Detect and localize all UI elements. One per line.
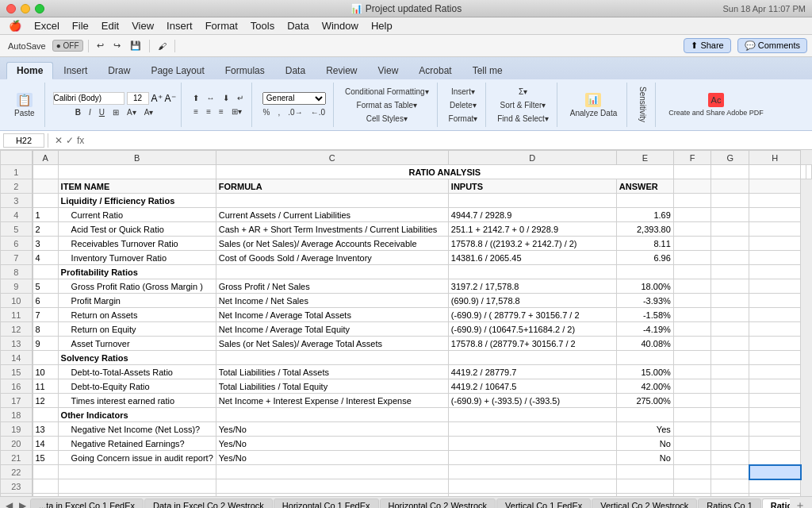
cell-A15[interactable]: 10 [33,365,59,379]
cell-C17[interactable]: Net Income + Interest Expense / Interest… [216,394,448,408]
cell-reference-input[interactable] [3,133,44,148]
cell-B7[interactable]: Inventory Turnover Ratio [58,251,216,265]
font-color-button[interactable]: A▾ [141,106,157,118]
sheet-tab-4[interactable]: Vertical Co 1 FedEx [496,498,591,509]
merge-cells-button[interactable]: ⊞▾ [228,106,245,117]
undo-button[interactable]: ↩ [94,40,107,52]
italic-button[interactable]: I [86,106,94,118]
cell-A13[interactable]: 9 [33,337,59,351]
save-button[interactable]: 💾 [127,40,144,52]
col-header-F[interactable]: F [673,151,711,165]
cell-E3[interactable] [616,194,673,208]
cell-B9[interactable]: Gross Profit Ratio (Gross Margin ) [58,279,216,294]
menu-tools[interactable]: Tools [245,19,280,33]
cell-G8[interactable] [711,265,749,279]
font-increase-button[interactable]: A⁺ [151,93,163,104]
cell-A12[interactable]: 8 [33,322,59,337]
increase-decimal-button[interactable]: .0→ [285,106,305,118]
sheet-tab-7[interactable]: Ratios Co 2 [762,498,790,509]
cell-F17[interactable] [673,394,711,408]
tab-page-layout[interactable]: Page Layout [140,62,214,79]
cell-E22[interactable] [616,465,673,479]
cell-G14[interactable] [711,351,749,365]
cell-A19[interactable]: 13 [33,422,59,437]
confirm-formula-icon[interactable]: ✓ [66,135,74,146]
cell-C21[interactable]: Yes/No [216,451,448,465]
cell-G20[interactable] [711,437,749,451]
cell-C6[interactable]: Sales (or Net Sales)/ Average Accounts R… [216,237,448,251]
cell-F13[interactable] [673,337,711,351]
cell-G3[interactable] [711,194,749,208]
cell-E4[interactable]: 1.69 [616,208,673,222]
analyze-data-button[interactable]: 📊 Analyze Data [565,90,622,121]
cell-G6[interactable] [711,237,749,251]
cell-B17[interactable]: Times interest earned ratio [58,394,216,408]
cell-E2[interactable]: ANSWER [616,179,673,194]
menu-edit[interactable]: Edit [96,19,124,33]
col-header-G[interactable]: G [711,151,749,165]
cell-D3[interactable] [448,194,616,208]
cell-E12[interactable]: -4.19% [616,322,673,337]
cell-A18[interactable] [33,408,59,422]
cell-F6[interactable] [673,237,711,251]
cell-B6[interactable]: Receivables Turnover Ratio [58,237,216,251]
cell-A17[interactable]: 12 [33,394,59,408]
cell-H3[interactable] [749,194,801,208]
cell-D8[interactable] [448,265,616,279]
cell-B1[interactable] [58,165,216,179]
cell-H4[interactable] [749,208,801,222]
cell-D15[interactable]: 4419.2 / 28779.7 [448,365,616,379]
cell-D5[interactable]: 251.1 + 2142.7 + 0 / 2928.9 [448,222,616,237]
cell-D14[interactable] [448,351,616,365]
menu-excel[interactable]: Excel [29,19,65,33]
brush-icon[interactable]: 🖌 [155,40,170,52]
cell-A6[interactable]: 3 [33,237,59,251]
cell-A11[interactable]: 7 [33,308,59,322]
cell-E15[interactable]: 15.00% [616,365,673,379]
cell-D18[interactable] [448,408,616,422]
cell-F18[interactable] [673,408,711,422]
cell-B19[interactable]: Negative Net Income (Net Loss)? [58,422,216,437]
cell-F9[interactable] [673,279,711,294]
cell-F5[interactable] [673,222,711,237]
cell-A23[interactable] [33,479,59,494]
cell-E11[interactable]: -1.58% [616,308,673,322]
cell-D9[interactable]: 3197.2 / 17,578.8 [448,279,616,294]
formula-input[interactable] [90,136,809,145]
cell-B10[interactable]: Profit Margin [58,294,216,308]
sort-filter-button[interactable]: Sort & Filter▾ [497,99,550,111]
cell-G4[interactable] [711,208,749,222]
align-bottom-button[interactable]: ⬇ [220,92,232,104]
cell-G7[interactable] [711,251,749,265]
align-left-button[interactable]: ≡ [190,106,201,117]
comments-button[interactable]: 💬 Comments [737,38,807,53]
cell-G24[interactable] [711,494,749,497]
cell-D11[interactable]: (-690.9) / ( 28779.7 + 30156.7 / 2 [448,308,616,322]
cell-D16[interactable]: 4419.2 / 10647.5 [448,379,616,394]
window-controls[interactable] [6,4,44,13]
delete-cells-button[interactable]: Delete▾ [446,99,480,111]
cell-H9[interactable] [749,279,801,294]
cell-A22[interactable] [33,465,59,479]
minimize-button[interactable] [21,4,30,13]
cell-D22[interactable] [448,465,616,479]
cell-E21[interactable]: No [616,451,673,465]
sheet-tab-1[interactable]: Data in Excel Co 2 Westrock [144,498,273,509]
cell-B2[interactable]: ITEM NAME [58,179,216,194]
cell-B23[interactable] [58,479,216,494]
decrease-decimal-button[interactable]: ←.0 [308,106,328,118]
cell-B12[interactable]: Return on Equity [58,322,216,337]
font-decrease-button[interactable]: A⁻ [165,93,176,104]
cell-D2[interactable]: INPUTS [448,179,616,194]
cell-B8[interactable]: Profitability Ratios [58,265,216,279]
cell-F3[interactable] [673,194,711,208]
cell-C19[interactable]: Yes/No [216,422,448,437]
cell-C5[interactable]: Cash + AR + Short Term Investments / Cur… [216,222,448,237]
cell-D13[interactable]: 17578.8 / (28779.7+ 30156.7 / 2 [448,337,616,351]
cell-D1[interactable] [673,165,711,179]
cell-F7[interactable] [673,251,711,265]
cell-C9[interactable]: Gross Profit / Net Sales [216,279,448,294]
cell-F20[interactable] [673,437,711,451]
cell-F19[interactable] [673,422,711,437]
grid-container[interactable]: A B C D E F G H 1RATIO ANALYSIS2ITEM NAM… [0,150,812,496]
